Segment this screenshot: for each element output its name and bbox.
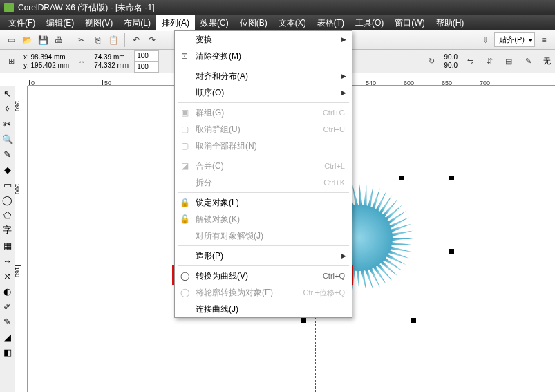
menu-item: ◪合并(C)Ctrl+L [175, 158, 352, 174]
menu-icon: ▣ [179, 108, 190, 118]
polygon-tool-icon[interactable]: ⬠ [1, 209, 14, 221]
menubar: 文件(F)编辑(E)视图(V)布局(L)排列(A)效果(C)位图(B)文本(X)… [0, 15, 555, 30]
cut-icon[interactable]: ✂ [75, 33, 88, 47]
menu-item[interactable]: 效果(C) [195, 15, 234, 31]
table-tool-icon[interactable]: ▦ [1, 239, 14, 252]
size-readout: 74.39 mm 74.332 mm [94, 53, 129, 70]
menu-item[interactable]: ⊡清除变换(M) [175, 48, 352, 64]
interactive-fill-icon[interactable]: ◧ [1, 346, 14, 358]
menu-item[interactable]: 排列(A) [156, 15, 195, 31]
docker-icon[interactable]: ▤ [502, 55, 516, 68]
open-icon[interactable]: 📂 [20, 33, 34, 47]
selection-handle[interactable] [301, 318, 306, 323]
dimension-tool-icon[interactable]: ↔ [1, 254, 14, 267]
redo-icon[interactable]: ↷ [145, 33, 159, 47]
rectangle-tool-icon[interactable]: ▭ [1, 178, 14, 191]
print-icon[interactable]: 🖶 [52, 33, 66, 47]
menu-item[interactable]: 表格(T) [312, 15, 350, 31]
menu-icon: ◯ [179, 271, 190, 281]
menu-item[interactable]: 🔒锁定对象(L) [175, 194, 352, 211]
fill-label: 无 [543, 56, 551, 66]
outline-icon[interactable]: ✎ [521, 55, 535, 68]
menu-item[interactable]: 帮助(H) [431, 15, 470, 31]
svg-marker-12 [356, 270, 359, 292]
submenu-arrow-icon: ▶ [341, 252, 346, 259]
svg-marker-1 [391, 242, 413, 245]
menu-shortcut: Ctrl+K [323, 178, 345, 187]
menu-label: 取消全部群组(N) [196, 140, 345, 152]
menu-item[interactable]: 编辑(E) [41, 15, 79, 31]
menu-item[interactable]: 文件(F) [3, 15, 41, 31]
menu-item[interactable]: 变换▶ [175, 31, 352, 48]
menu-item: ◯将轮廓转换为对象(E)Ctrl+位移+Q [175, 284, 352, 301]
app-logo [4, 3, 14, 12]
menu-shortcut: Ctrl+L [324, 162, 345, 170]
submenu-arrow-icon: ▶ [341, 89, 346, 96]
freehand-tool-icon[interactable]: ✎ [1, 148, 14, 160]
pick-tool-icon[interactable]: ↖ [1, 87, 14, 100]
mirror-h-icon[interactable]: ⇋ [463, 55, 477, 68]
arrange-menu-dropdown: 变换▶⊡清除变换(M)对齐和分布(A)▶顺序(O)▶▣群组(G)Ctrl+G▢取… [174, 30, 352, 318]
eyedropper-tool-icon[interactable]: ✐ [1, 300, 14, 312]
menu-label: 连接曲线(J) [196, 304, 345, 315]
menu-item[interactable]: 窗口(W) [389, 15, 430, 31]
menu-item: ▢取消群组(U)Ctrl+U [175, 121, 352, 138]
titlebar: CorelDRAW X6 (评估版) - [未命名 -1] [0, 0, 555, 15]
svg-marker-37 [364, 185, 367, 207]
smart-fill-icon[interactable]: ◆ [1, 163, 14, 176]
outline-tool-icon[interactable]: ✎ [1, 315, 14, 328]
options-icon[interactable]: ≡ [537, 33, 551, 47]
menu-item[interactable]: 工具(O) [350, 15, 389, 31]
menu-label: 将轮廓转换为对象(E) [196, 287, 303, 299]
menu-item[interactable]: 造形(P)▶ [175, 248, 352, 264]
import-icon[interactable]: ⇩ [478, 33, 492, 47]
menu-icon: ⊡ [179, 51, 190, 61]
text-tool-icon[interactable]: 字 [1, 224, 14, 236]
menu-item[interactable]: 顺序(O)▶ [175, 84, 352, 101]
paste-icon[interactable]: 📋 [106, 33, 120, 47]
copy-icon[interactable]: ⎘ [91, 33, 104, 47]
svg-marker-45 [388, 217, 409, 229]
menu-item: ▢取消全部群组(N) [175, 138, 352, 154]
menu-item[interactable]: 文本(X) [273, 15, 312, 31]
menu-label: 转换为曲线(V) [196, 270, 323, 282]
menu-item[interactable]: 位图(B) [234, 15, 273, 31]
menu-shortcut: Ctrl+Q [323, 272, 345, 280]
fill-tool-icon[interactable]: ◢ [1, 330, 14, 343]
selection-handle[interactable] [399, 176, 404, 180]
menu-item[interactable]: 视图(V) [79, 15, 118, 31]
selection-handle[interactable] [449, 176, 454, 180]
svg-marker-35 [352, 185, 359, 207]
zoom-tool-icon[interactable]: 🔍 [1, 133, 14, 145]
svg-marker-11 [360, 270, 366, 292]
selection-handle[interactable] [411, 318, 416, 323]
menu-item[interactable]: ◯转换为曲线(V)Ctrl+Q [175, 268, 352, 284]
undo-icon[interactable]: ↶ [129, 33, 143, 47]
menu-item: 🔓解锁对象(K) [175, 211, 352, 227]
menu-item[interactable]: 连接曲线(J) [175, 301, 352, 317]
menu-item[interactable]: 对齐和分布(A)▶ [175, 68, 352, 84]
effects-tool-icon[interactable]: ◐ [1, 285, 14, 297]
selection-handle[interactable] [449, 249, 454, 254]
rotation-readout: 90.0 90.0 [444, 53, 458, 70]
menu-label: 对齐和分布(A) [196, 71, 345, 82]
snap-dropdown[interactable]: 贴齐(P) [494, 32, 535, 47]
menu-icon: ▢ [179, 141, 190, 151]
menu-shortcut: Ctrl+位移+Q [303, 288, 345, 298]
ellipse-tool-icon[interactable]: ◯ [1, 194, 14, 206]
shape-tool-icon[interactable]: ✧ [1, 102, 14, 115]
menu-item: 拆分Ctrl+K [175, 174, 352, 191]
connector-tool-icon[interactable]: ⤯ [1, 270, 14, 282]
rotate-cw-icon[interactable]: ↻ [425, 55, 439, 68]
menu-label: 顺序(O) [196, 87, 345, 99]
mirror-v-icon[interactable]: ⇵ [482, 55, 496, 68]
svg-marker-4 [385, 254, 406, 265]
menu-label: 解锁对象(K) [196, 214, 345, 225]
crop-tool-icon[interactable]: ✂ [1, 118, 14, 130]
svg-marker-47 [391, 231, 413, 237]
toolbox: ↖ ✧ ✂ 🔍 ✎ ◆ ▭ ◯ ⬠ 字 ▦ ↔ ⤯ ◐ ✐ ✎ ◢ ◧ [0, 86, 15, 392]
save-icon[interactable]: 💾 [36, 33, 50, 47]
new-icon[interactable]: ▭ [4, 33, 18, 47]
menu-item[interactable]: 布局(L) [118, 15, 156, 31]
menu-label: 群组(G) [196, 107, 323, 119]
